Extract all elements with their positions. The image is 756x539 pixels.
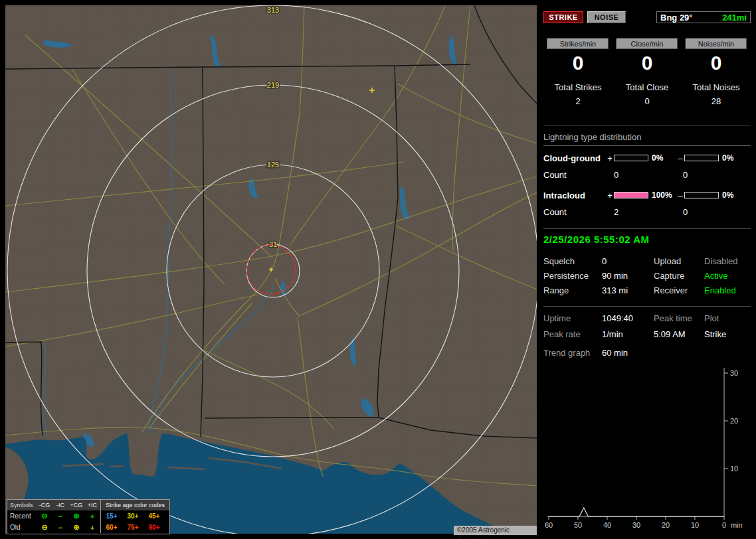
neg-cg-recent-icon: ⊖ [37, 512, 52, 520]
age-60: 60+ [101, 524, 122, 531]
copyright-notice: ©2005 Astrogenic Systems [454, 526, 537, 535]
total-strikes-value: 2 [575, 96, 580, 106]
datetime-display: 2/25/2026 5:55:02 AM [543, 234, 751, 245]
pos-cg-old-icon: ⊕ [68, 523, 84, 532]
age-30: 30+ [122, 512, 143, 520]
legend-recent-label: Recent [7, 512, 37, 520]
trend-graph-window: 60 min [602, 348, 751, 358]
close-per-min-button[interactable]: Close/min [616, 38, 678, 49]
noise-mode-button[interactable]: NOISE [587, 11, 626, 23]
lightning-map[interactable]: 313 219 125 31 Symbols -CG -IC +CG [5, 5, 537, 534]
info-grid: Uptime 1049:40 Peak time Plot Peak rate … [543, 313, 751, 339]
noises-per-min-button[interactable]: Noises/min [686, 38, 747, 49]
cloud-ground-row: Cloud-ground + 0% – 0% [543, 153, 751, 163]
y-tick-30: 30 [730, 369, 738, 377]
squelch-label: Squelch [543, 256, 602, 266]
range-label: Range [543, 285, 602, 295]
total-close-value: 0 [644, 96, 649, 106]
strikes-per-min-value: 0 [573, 52, 584, 74]
squelch-value: 0 [602, 256, 654, 266]
cloud-ground-count-row: Count 0 0 [543, 170, 751, 181]
receiver-label: Receiver [654, 285, 704, 295]
legend-recent-row: Recent ⊖ − ⊕ + 15+ 30+ 45+ [7, 510, 169, 522]
ic-minus-bar [684, 192, 719, 198]
x-tick-60: 60 [545, 521, 553, 529]
strike-mode-button[interactable]: STRIKE [543, 11, 583, 23]
noises-per-min-value: 0 [711, 52, 722, 74]
map-canvas[interactable]: 313 219 125 31 [5, 5, 537, 534]
y-tick-10: 10 [730, 465, 738, 473]
capture-label: Capture [654, 271, 704, 281]
trend-graph: 30 20 10 60 50 40 30 20 10 0 min [543, 362, 751, 535]
x-tick-30: 30 [632, 521, 640, 529]
ring-label-313: 313 [267, 6, 279, 14]
ring-label-31: 31 [269, 240, 277, 248]
x-axis-unit: min [731, 521, 743, 529]
ic-plus-percent: 100% [648, 191, 676, 200]
age-45: 45+ [143, 512, 165, 520]
plot-label: Plot [704, 313, 751, 323]
bearing-value: Bng 29° [660, 13, 693, 23]
legend-old-row: Old ⊖ − ⊕ + 60+ 75+ 90+ [7, 522, 169, 533]
neg-ic-recent-icon: − [52, 512, 68, 520]
mode-controls: STRIKE NOISE Bng 29° 241mi [543, 11, 751, 24]
plus-sign: + [606, 153, 614, 163]
minus-sign: – [676, 153, 684, 163]
legend-col-pos-ic: +IC [84, 502, 100, 508]
bearing-range-value: 241mi [722, 13, 747, 23]
cloud-ground-label: Cloud-ground [543, 153, 606, 163]
total-noises-label: Total Noises [693, 82, 740, 92]
capture-status: Active [704, 271, 751, 281]
status-grid: Squelch 0 Upload Disabled Persistence 90… [543, 256, 751, 295]
upload-status: Disabled [704, 256, 751, 266]
age-75: 75+ [122, 524, 143, 531]
rate-counters: Strikes/min 0 Total Strikes 2 Close/min … [543, 38, 751, 106]
trend-line [549, 508, 724, 516]
y-tick-20: 20 [730, 417, 738, 425]
pos-ic-old-icon: + [84, 524, 100, 532]
legend-header-row: Symbols -CG -IC +CG +IC Strike age color… [7, 500, 169, 510]
x-tick-0: 0 [722, 521, 726, 529]
cg-plus-count: 0 [614, 170, 683, 181]
legend-age-header: Strike age color codes [100, 500, 169, 510]
ic-plus-count: 2 [614, 207, 683, 218]
total-close-label: Total Close [626, 82, 668, 92]
legend-col-neg-cg: -CG [37, 502, 52, 508]
trend-tick-labels: 30 20 10 60 50 40 30 20 10 0 min [545, 369, 743, 529]
ic-minus-count: 0 [683, 207, 688, 218]
persistence-value: 90 min [602, 271, 654, 281]
intracloud-label: Intracloud [543, 191, 606, 200]
cg-plus-percent: 0% [648, 153, 676, 163]
cg-minus-count: 0 [683, 170, 688, 181]
peak-time-label: Peak time [654, 313, 704, 323]
trend-axes [547, 368, 728, 520]
neg-cg-old-icon: ⊖ [37, 523, 52, 532]
peak-time-value: 5:09 AM [654, 329, 704, 339]
uptime-value: 1049:40 [602, 313, 654, 323]
x-tick-40: 40 [603, 521, 611, 529]
sidebar: STRIKE NOISE Bng 29° 241mi Strikes/min 0… [543, 5, 751, 534]
x-tick-50: 50 [574, 521, 582, 529]
noises-rate-column: Noises/min 0 Total Noises 28 [682, 38, 751, 106]
trend-graph-row: Trend graph 60 min [543, 348, 751, 358]
section-divider [543, 306, 751, 307]
neg-ic-old-icon: − [52, 524, 68, 532]
strike-legend: Symbols -CG -IC +CG +IC Strike age color… [7, 499, 170, 534]
ic-minus-percent: 0% [719, 191, 747, 200]
peak-rate-value: 1/min [602, 329, 654, 339]
upload-label: Upload [654, 256, 704, 266]
section-divider [543, 125, 751, 125]
trend-graph-label: Trend graph [543, 348, 602, 358]
age-15: 15+ [101, 512, 122, 520]
strikes-per-min-button[interactable]: Strikes/min [547, 38, 609, 49]
total-strikes-label: Total Strikes [555, 82, 602, 92]
persistence-label: Persistence [543, 271, 602, 281]
minus-sign: – [676, 191, 684, 200]
pos-ic-recent-icon: + [84, 512, 100, 520]
close-per-min-value: 0 [642, 52, 653, 74]
distribution-title: Lightning type distribution [543, 132, 751, 146]
legend-symbols-header: Symbols [7, 502, 37, 508]
x-tick-10: 10 [691, 521, 699, 529]
ring-label-219: 219 [267, 81, 279, 89]
uptime-label: Uptime [543, 313, 602, 323]
